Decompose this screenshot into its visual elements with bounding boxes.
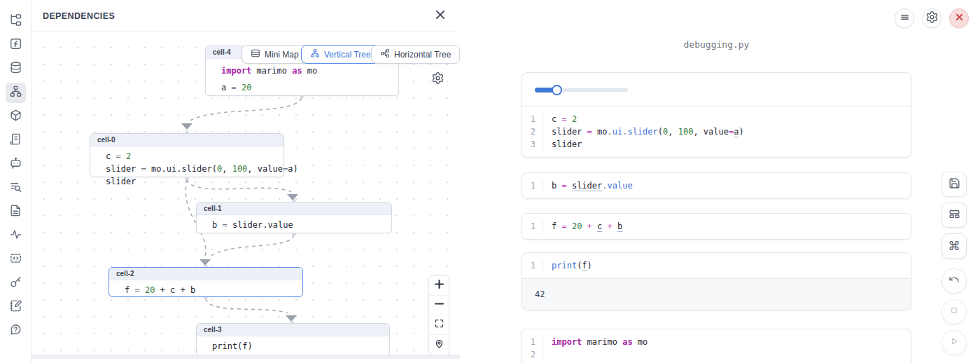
edge-cell1-cell2 xyxy=(209,235,294,257)
arrowhead xyxy=(287,194,298,200)
stop-button[interactable] xyxy=(941,299,967,324)
notebook-pen-icon xyxy=(9,299,22,315)
sidebar-item-tracing[interactable] xyxy=(6,226,26,246)
notebook-cells: 1c = 22slider = mo.ui.slider(0, 100, val… xyxy=(522,72,911,363)
database-icon xyxy=(9,61,22,77)
sidebar-item-documentation[interactable] xyxy=(6,202,26,222)
list-search-icon xyxy=(9,180,22,196)
edge-cell2-cell3 xyxy=(206,299,288,313)
graph-scroll-strip[interactable] xyxy=(31,355,460,359)
slider-handle[interactable] xyxy=(552,85,562,95)
code-editor[interactable]: 1f = 20 + c + b xyxy=(522,214,911,239)
keyboard-shortcuts-button[interactable]: ⌘ xyxy=(941,233,967,259)
graph-node-cell-0[interactable]: cell-0 c = 2slider = mo.ui.slider(0, 100… xyxy=(90,133,284,177)
gear-icon xyxy=(431,75,444,87)
package-icon xyxy=(9,109,22,125)
close-icon xyxy=(435,10,445,22)
sidebar-item-packages[interactable] xyxy=(6,107,26,127)
dependencies-panel: DEPENDENCIES xyxy=(31,0,460,363)
close-panel-button[interactable] xyxy=(433,9,447,23)
vertical-tree-icon xyxy=(310,48,320,60)
notebook-filename: debugging.py xyxy=(522,39,911,50)
app-sidebar xyxy=(0,0,31,363)
graph-settings-button[interactable] xyxy=(431,71,445,85)
undo-button[interactable] xyxy=(941,268,967,294)
node-code: print(f) xyxy=(197,336,389,357)
cell-b[interactable]: 1b = slider.value xyxy=(522,172,911,199)
cell-output: 42 xyxy=(522,278,911,310)
node-code: f = 20 + c + b xyxy=(109,280,302,301)
slider-widget[interactable] xyxy=(535,88,628,92)
fit-view-button[interactable] xyxy=(429,315,449,335)
notebook-settings-button[interactable] xyxy=(922,8,941,28)
shutdown-button[interactable] xyxy=(949,8,969,28)
graph-node-cell-1[interactable]: cell-1 b = slider.value xyxy=(196,202,392,233)
sidebar-item-ai-chat[interactable] xyxy=(6,154,26,174)
panel-title: DEPENDENCIES xyxy=(43,11,115,21)
node-code: b = slider.value xyxy=(197,215,391,235)
code-editor[interactable]: 1b = slider.value xyxy=(522,173,911,198)
cell-print[interactable]: 1print(f) 42 xyxy=(522,252,911,310)
file-tree-icon xyxy=(9,13,22,29)
notebook-menu-button[interactable] xyxy=(895,8,914,28)
sidebar-item-help[interactable] xyxy=(6,321,26,341)
sidebar-item-file-tree[interactable] xyxy=(6,11,26,32)
cell-slider[interactable]: 1c = 22slider = mo.ui.slider(0, 100, val… xyxy=(522,72,911,158)
zoom-out-button[interactable] xyxy=(429,296,449,315)
run-button[interactable] xyxy=(941,330,967,355)
sidebar-item-logs[interactable] xyxy=(6,130,26,151)
graph-zoom-controls xyxy=(428,275,449,355)
graph-node-cell-3[interactable]: cell-3 print(f) xyxy=(196,323,390,357)
sidebar-item-outline-search[interactable] xyxy=(6,178,26,198)
graph-node-cell-2[interactable]: cell-2 f = 20 + c + b xyxy=(108,267,303,297)
dependency-graph-canvas[interactable]: cell-4 import marimo as moa = 20 cell-0 … xyxy=(31,32,460,359)
key-icon xyxy=(9,275,22,292)
function-square-icon xyxy=(9,37,22,53)
node-code: import marimo as moa = 20 xyxy=(206,59,398,102)
close-icon xyxy=(954,12,965,25)
code-snippet-icon xyxy=(9,252,22,268)
layout-icon xyxy=(948,208,960,223)
save-button[interactable] xyxy=(941,172,967,197)
scroll-text-icon xyxy=(9,132,22,149)
layout-button[interactable] xyxy=(941,203,967,228)
cell-import[interactable]: 1import marimo as mo2 xyxy=(522,329,911,363)
code-editor[interactable]: 1print(f) xyxy=(522,253,911,278)
fullscreen-icon xyxy=(434,318,444,331)
notebook-topbar xyxy=(895,8,969,28)
sidebar-item-variables[interactable] xyxy=(6,35,26,55)
minus-icon xyxy=(434,299,444,312)
notebook-area: debugging.py 1c = 22slider = mo.ui.slide… xyxy=(460,0,980,363)
help-bubble-icon xyxy=(9,323,22,339)
chat-bot-icon xyxy=(9,156,22,172)
horizontal-tree-button[interactable]: Horizontal Tree xyxy=(371,45,460,64)
sidebar-item-dependencies[interactable] xyxy=(6,83,26,103)
cell-f[interactable]: 1f = 20 + c + b xyxy=(522,213,911,240)
save-icon xyxy=(948,177,960,192)
hamburger-menu-icon xyxy=(899,12,910,25)
code-editor[interactable]: 1import marimo as mo2 xyxy=(522,329,911,363)
play-icon xyxy=(948,336,960,350)
mini-map-icon xyxy=(251,48,260,60)
plus-icon xyxy=(434,279,444,292)
center-selection-button[interactable] xyxy=(429,335,449,355)
node-title: cell-0 xyxy=(90,134,284,146)
vertical-tree-button[interactable]: Vertical Tree xyxy=(301,45,380,64)
notebook-actions: ⌘ xyxy=(941,172,967,361)
arrowhead xyxy=(181,123,192,130)
undo-icon xyxy=(948,274,960,288)
zoom-in-button[interactable] xyxy=(429,276,449,296)
sidebar-item-snippets[interactable] xyxy=(6,249,26,270)
node-title: cell-1 xyxy=(197,203,391,215)
pin-icon xyxy=(434,338,444,352)
mini-map-button[interactable]: Mini Map xyxy=(241,45,308,64)
code-editor[interactable]: 1c = 22slider = mo.ui.slider(0, 100, val… xyxy=(522,107,911,157)
horizontal-tree-label: Horizontal Tree xyxy=(394,50,451,60)
gear-icon xyxy=(925,11,939,27)
arrowhead xyxy=(286,315,297,322)
sidebar-item-scratchpad[interactable] xyxy=(6,297,26,317)
dependencies-header: DEPENDENCIES xyxy=(31,0,460,32)
vertical-tree-label: Vertical Tree xyxy=(324,50,371,60)
sidebar-item-secrets[interactable] xyxy=(6,273,26,294)
sidebar-item-datasources[interactable] xyxy=(6,59,26,79)
